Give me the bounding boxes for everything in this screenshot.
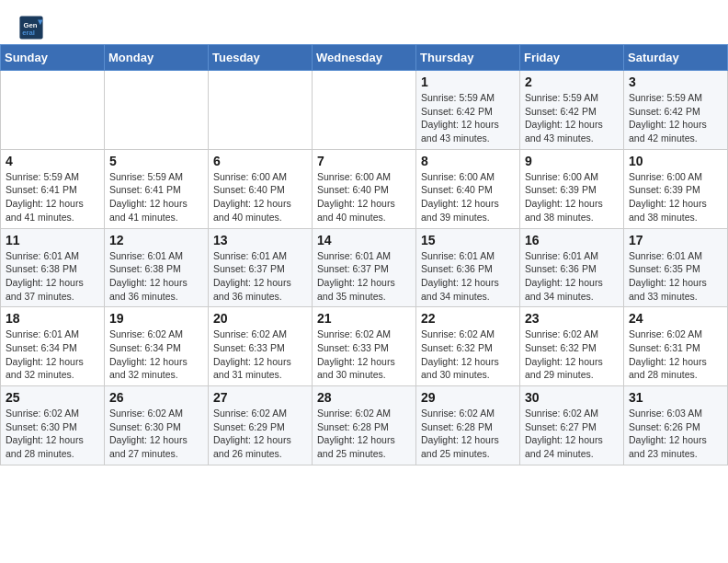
day-detail: Sunrise: 6:02 AM Sunset: 6:30 PM Dayligh… [109,407,203,461]
day-number: 20 [213,311,307,326]
day-number: 13 [213,233,307,247]
day-header-friday: Friday [520,45,624,71]
calendar-cell: 15Sunrise: 6:01 AM Sunset: 6:36 PM Dayli… [416,228,520,307]
calendar-cell: 16Sunrise: 6:01 AM Sunset: 6:36 PM Dayli… [520,228,624,307]
day-number: 30 [525,390,619,405]
day-detail: Sunrise: 5:59 AM Sunset: 6:41 PM Dayligh… [6,170,99,224]
day-number: 28 [317,390,411,405]
calendar-cell: 10Sunrise: 6:00 AM Sunset: 6:39 PM Dayli… [624,149,728,228]
week-row-1: 1Sunrise: 5:59 AM Sunset: 6:42 PM Daylig… [1,71,728,150]
logo: Gen eral [18,15,48,40]
calendar-cell: 12Sunrise: 6:01 AM Sunset: 6:38 PM Dayli… [105,228,209,307]
day-number: 24 [629,311,722,326]
calendar-cell: 23Sunrise: 6:02 AM Sunset: 6:32 PM Dayli… [520,307,624,386]
day-number: 19 [109,311,203,326]
day-detail: Sunrise: 6:02 AM Sunset: 6:28 PM Dayligh… [421,407,515,461]
day-detail: Sunrise: 6:02 AM Sunset: 6:33 PM Dayligh… [213,327,307,382]
calendar-cell: 21Sunrise: 6:02 AM Sunset: 6:33 PM Dayli… [313,307,416,386]
page-header: Gen eral [0,0,728,44]
day-detail: Sunrise: 6:02 AM Sunset: 6:34 PM Dayligh… [109,327,203,382]
day-detail: Sunrise: 5:59 AM Sunset: 6:41 PM Dayligh… [109,170,203,224]
day-detail: Sunrise: 5:59 AM Sunset: 6:42 PM Dayligh… [525,91,619,145]
day-number: 14 [317,233,411,247]
calendar-cell [1,71,105,150]
day-detail: Sunrise: 6:00 AM Sunset: 6:39 PM Dayligh… [629,170,722,224]
calendar-cell: 27Sunrise: 6:02 AM Sunset: 6:29 PM Dayli… [209,386,313,465]
day-number: 31 [629,390,722,405]
calendar-cell: 8Sunrise: 6:00 AM Sunset: 6:40 PM Daylig… [416,149,520,228]
day-number: 4 [6,154,99,168]
day-number: 27 [213,390,307,405]
day-detail: Sunrise: 6:02 AM Sunset: 6:30 PM Dayligh… [6,407,99,461]
day-detail: Sunrise: 6:01 AM Sunset: 6:36 PM Dayligh… [421,249,515,304]
day-header-sunday: Sunday [1,45,105,71]
day-number: 1 [421,75,515,89]
day-number: 18 [6,311,99,326]
day-header-row: SundayMondayTuesdayWednesdayThursdayFrid… [1,45,728,71]
calendar-cell [105,71,209,150]
day-detail: Sunrise: 6:03 AM Sunset: 6:26 PM Dayligh… [629,407,722,461]
day-detail: Sunrise: 6:01 AM Sunset: 6:37 PM Dayligh… [213,249,307,304]
day-number: 2 [525,75,619,89]
day-number: 9 [525,154,619,168]
calendar-cell: 17Sunrise: 6:01 AM Sunset: 6:35 PM Dayli… [624,228,728,307]
day-number: 26 [109,390,203,405]
day-detail: Sunrise: 6:02 AM Sunset: 6:28 PM Dayligh… [317,407,411,461]
day-number: 3 [629,75,722,89]
day-header-saturday: Saturday [624,45,728,71]
day-number: 10 [629,154,722,168]
calendar-cell: 24Sunrise: 6:02 AM Sunset: 6:31 PM Dayli… [624,307,728,386]
day-detail: Sunrise: 5:59 AM Sunset: 6:42 PM Dayligh… [629,91,722,145]
day-header-tuesday: Tuesday [209,45,313,71]
calendar-cell: 2Sunrise: 5:59 AM Sunset: 6:42 PM Daylig… [520,71,624,150]
calendar-cell: 6Sunrise: 6:00 AM Sunset: 6:40 PM Daylig… [209,149,313,228]
day-number: 6 [213,154,307,168]
day-detail: Sunrise: 6:02 AM Sunset: 6:31 PM Dayligh… [629,327,722,382]
day-number: 22 [421,311,515,326]
calendar-cell: 30Sunrise: 6:02 AM Sunset: 6:27 PM Dayli… [520,386,624,465]
calendar-cell: 26Sunrise: 6:02 AM Sunset: 6:30 PM Dayli… [105,386,209,465]
day-number: 25 [6,390,99,405]
day-header-wednesday: Wednesday [313,45,416,71]
week-row-2: 4Sunrise: 5:59 AM Sunset: 6:41 PM Daylig… [1,149,728,228]
day-detail: Sunrise: 6:02 AM Sunset: 6:27 PM Dayligh… [525,407,619,461]
calendar-cell: 19Sunrise: 6:02 AM Sunset: 6:34 PM Dayli… [105,307,209,386]
calendar-cell: 14Sunrise: 6:01 AM Sunset: 6:37 PM Dayli… [313,228,416,307]
day-detail: Sunrise: 5:59 AM Sunset: 6:42 PM Dayligh… [421,91,515,145]
week-row-3: 11Sunrise: 6:01 AM Sunset: 6:38 PM Dayli… [1,228,728,307]
calendar-cell: 18Sunrise: 6:01 AM Sunset: 6:34 PM Dayli… [1,307,105,386]
calendar-cell: 20Sunrise: 6:02 AM Sunset: 6:33 PM Dayli… [209,307,313,386]
day-header-monday: Monday [105,45,209,71]
week-row-4: 18Sunrise: 6:01 AM Sunset: 6:34 PM Dayli… [1,307,728,386]
day-detail: Sunrise: 6:02 AM Sunset: 6:32 PM Dayligh… [525,327,619,382]
calendar-cell: 29Sunrise: 6:02 AM Sunset: 6:28 PM Dayli… [416,386,520,465]
day-header-thursday: Thursday [416,45,520,71]
day-number: 23 [525,311,619,326]
day-detail: Sunrise: 6:01 AM Sunset: 6:38 PM Dayligh… [6,249,99,304]
day-number: 12 [109,233,203,247]
calendar-cell: 1Sunrise: 5:59 AM Sunset: 6:42 PM Daylig… [416,71,520,150]
day-detail: Sunrise: 6:01 AM Sunset: 6:35 PM Dayligh… [629,249,722,304]
day-detail: Sunrise: 6:01 AM Sunset: 6:37 PM Dayligh… [317,249,411,304]
day-detail: Sunrise: 6:00 AM Sunset: 6:40 PM Dayligh… [317,170,411,224]
day-detail: Sunrise: 6:02 AM Sunset: 6:32 PM Dayligh… [421,327,515,382]
day-number: 15 [421,233,515,247]
svg-text:Gen: Gen [24,21,38,29]
calendar-cell: 7Sunrise: 6:00 AM Sunset: 6:40 PM Daylig… [313,149,416,228]
day-number: 17 [629,233,722,247]
calendar-table: SundayMondayTuesdayWednesdayThursdayFrid… [0,44,728,465]
day-number: 29 [421,390,515,405]
logo-icon: Gen eral [18,15,44,40]
day-number: 11 [6,233,99,247]
calendar-cell [313,71,416,150]
calendar-cell: 3Sunrise: 5:59 AM Sunset: 6:42 PM Daylig… [624,71,728,150]
calendar-cell: 11Sunrise: 6:01 AM Sunset: 6:38 PM Dayli… [1,228,105,307]
calendar-cell: 25Sunrise: 6:02 AM Sunset: 6:30 PM Dayli… [1,386,105,465]
calendar-cell: 4Sunrise: 5:59 AM Sunset: 6:41 PM Daylig… [1,149,105,228]
calendar-cell: 13Sunrise: 6:01 AM Sunset: 6:37 PM Dayli… [209,228,313,307]
day-number: 5 [109,154,203,168]
day-detail: Sunrise: 6:02 AM Sunset: 6:33 PM Dayligh… [317,327,411,382]
calendar-cell: 9Sunrise: 6:00 AM Sunset: 6:39 PM Daylig… [520,149,624,228]
day-detail: Sunrise: 6:02 AM Sunset: 6:29 PM Dayligh… [213,407,307,461]
day-number: 8 [421,154,515,168]
